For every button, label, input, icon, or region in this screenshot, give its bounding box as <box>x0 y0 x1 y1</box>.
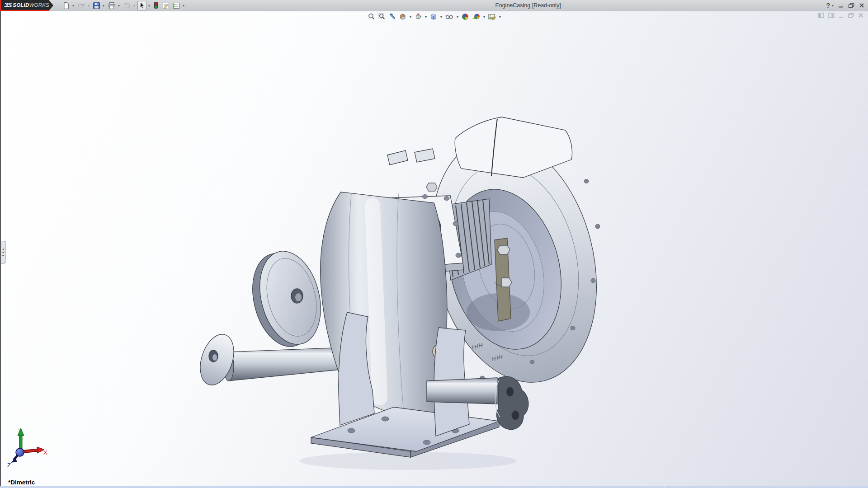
new-document-dropdown-caret[interactable]: ▾ <box>72 4 74 8</box>
status-bar-separator <box>557 486 557 488</box>
undo-button[interactable] <box>122 0 132 10</box>
help-button[interactable]: ? <box>826 2 830 9</box>
new-document-icon <box>62 2 70 9</box>
select-tool-button[interactable] <box>137 1 147 10</box>
status-bar-separator <box>665 486 665 488</box>
triad-x-label: X <box>43 449 47 456</box>
restore-button[interactable] <box>848 3 854 8</box>
triad-z-label: Z <box>7 462 11 468</box>
solidworks-window: ЗS SOLID WORKS ▾ ▾ <box>0 0 868 488</box>
view-orientation-label: *Dimetric <box>8 479 35 486</box>
status-bar <box>0 486 868 488</box>
titlebar: ЗS SOLID WORKS ▾ ▾ <box>0 0 868 11</box>
solidworks-logo-bold: SOLID <box>13 2 29 8</box>
close-button[interactable] <box>859 3 864 8</box>
rebuild-button[interactable] <box>152 0 160 10</box>
print-icon <box>108 2 116 9</box>
print-button[interactable] <box>107 0 117 10</box>
open-dropdown-caret[interactable]: ▾ <box>88 4 90 8</box>
solidworks-logo-mark: ЗS <box>4 1 11 9</box>
save-dropdown-caret[interactable]: ▾ <box>103 4 104 8</box>
options-dropdown-caret[interactable]: ▾ <box>183 4 184 8</box>
file-properties-button[interactable] <box>160 0 170 10</box>
open-icon <box>77 2 85 9</box>
solidworks-logo[interactable]: ЗS SOLID WORKS <box>0 0 49 11</box>
options-icon <box>172 2 180 9</box>
new-document-button[interactable] <box>61 0 71 10</box>
minimize-button[interactable] <box>838 3 844 8</box>
save-button[interactable] <box>92 0 101 10</box>
undo-dropdown-caret[interactable]: ▾ <box>133 4 135 8</box>
triad-y-label: Y <box>18 427 22 434</box>
top-cover[interactable] <box>387 117 572 178</box>
options-button[interactable] <box>171 0 181 10</box>
clutch-disc[interactable] <box>243 245 330 353</box>
print-dropdown-caret[interactable]: ▾ <box>118 4 120 8</box>
rebuild-traffic-light-icon <box>153 1 159 9</box>
status-bar-separator <box>277 486 277 488</box>
main-toolbar: ▾ ▾ ▾ <box>61 0 186 11</box>
menu-expand-arrow-icon[interactable] <box>49 0 53 11</box>
select-cursor-icon <box>139 2 146 9</box>
graphics-area[interactable]: ▾ ▾ ▾ <box>0 11 868 486</box>
window-controls: ? ▾ <box>826 0 864 11</box>
solidworks-logo-light: WORKS <box>29 2 49 8</box>
file-properties-icon <box>161 2 170 9</box>
engine-casing-model[interactable] <box>1 11 868 486</box>
select-tool-dropdown-caret[interactable]: ▾ <box>148 4 150 8</box>
reference-triad: Y X Z <box>5 427 48 468</box>
open-button[interactable] <box>76 0 86 10</box>
window-title: EngineCasing [Read-only] <box>495 2 561 9</box>
save-icon <box>93 2 100 9</box>
help-dropdown-caret[interactable]: ▾ <box>832 4 834 8</box>
undo-icon <box>123 2 131 9</box>
model-geometry[interactable] <box>194 117 621 457</box>
